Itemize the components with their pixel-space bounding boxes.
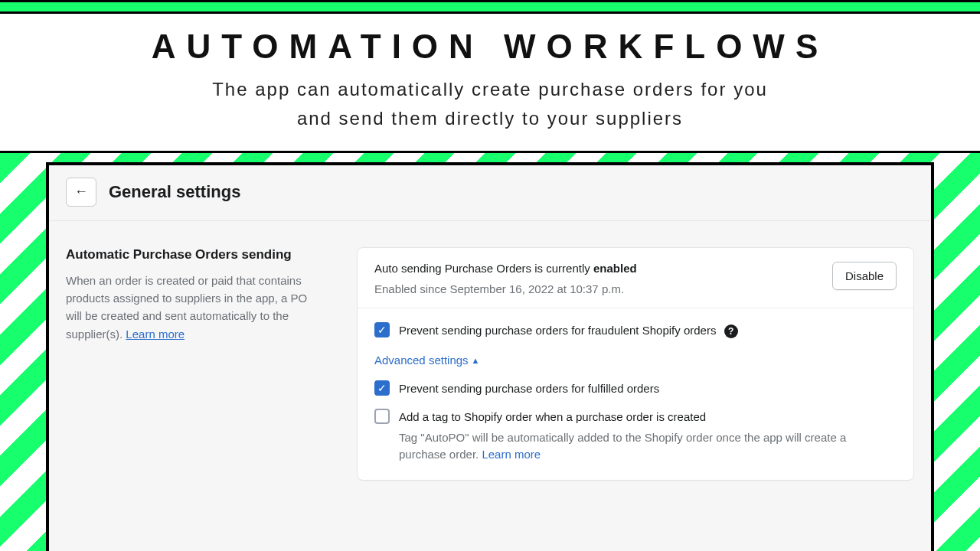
top-accent-bar — [0, 0, 980, 14]
status-enabled-since: Enabled since September 16, 2022 at 10:3… — [374, 282, 637, 295]
tag-checkbox[interactable] — [374, 409, 390, 424]
hero-subtitle-line2: and send them directly to your suppliers — [297, 108, 683, 129]
card-header: Auto sending Purchase Orders is currentl… — [358, 248, 913, 308]
settings-panel: ← General settings Automatic Purchase Or… — [46, 162, 934, 551]
section-description-column: Automatic Purchase Orders sending When a… — [66, 247, 326, 481]
fulfilled-checkbox[interactable]: ✓ — [374, 380, 390, 396]
status-line: Auto sending Purchase Orders is currentl… — [374, 262, 637, 275]
disable-button[interactable]: Disable — [832, 262, 897, 290]
status-block: Auto sending Purchase Orders is currentl… — [374, 262, 637, 295]
tag-subtext: Tag "AutoPO" will be automatically added… — [399, 429, 897, 463]
panel-body: Automatic Purchase Orders sending When a… — [49, 221, 931, 481]
hero-title: AUTOMATION WORKFLOWS — [0, 28, 980, 66]
option-tag-row: Add a tag to Shopify order when a purcha… — [374, 409, 897, 463]
back-button[interactable]: ← — [66, 178, 96, 207]
tag-label: Add a tag to Shopify order when a purcha… — [399, 409, 897, 425]
advanced-settings-toggle[interactable]: Advanced settings ▲ — [374, 354, 479, 367]
fulfilled-label: Prevent sending purchase orders for fulf… — [399, 380, 659, 396]
page-title: General settings — [109, 182, 240, 202]
tag-learn-more-link[interactable]: Learn more — [482, 448, 541, 461]
striped-background: ← General settings Automatic Purchase Or… — [0, 153, 980, 551]
status-prefix: Auto sending Purchase Orders is currentl… — [374, 262, 593, 275]
fraud-label: Prevent sending purchase orders for frau… — [399, 322, 738, 338]
tag-subtext-text: Tag "AutoPO" will be automatically added… — [399, 431, 846, 461]
section-description-text: When an order is created or paid that co… — [66, 274, 307, 341]
tag-label-block: Add a tag to Shopify order when a purcha… — [399, 409, 897, 463]
hero-subtitle-line1: The app can automatically create purchas… — [212, 79, 768, 99]
option-fraud-row: ✓ Prevent sending purchase orders for fr… — [374, 322, 897, 338]
learn-more-link[interactable]: Learn more — [126, 328, 185, 341]
section-description: When an order is created or paid that co… — [66, 272, 326, 343]
caret-up-icon: ▲ — [472, 356, 480, 365]
arrow-left-icon: ← — [74, 184, 88, 200]
advanced-settings-label: Advanced settings — [374, 354, 469, 367]
fraud-label-text: Prevent sending purchase orders for frau… — [399, 324, 716, 337]
hero-banner: AUTOMATION WORKFLOWS The app can automat… — [0, 14, 980, 153]
settings-card: Auto sending Purchase Orders is currentl… — [357, 247, 914, 481]
card-body: ✓ Prevent sending purchase orders for fr… — [358, 308, 913, 480]
option-fulfilled-row: ✓ Prevent sending purchase orders for fu… — [374, 380, 897, 396]
help-icon[interactable]: ? — [724, 324, 738, 338]
hero-subtitle: The app can automatically create purchas… — [0, 75, 980, 134]
panel-header: ← General settings — [49, 165, 931, 221]
status-state: enabled — [593, 262, 637, 275]
section-title: Automatic Purchase Orders sending — [66, 247, 326, 262]
fraud-checkbox[interactable]: ✓ — [374, 322, 390, 337]
